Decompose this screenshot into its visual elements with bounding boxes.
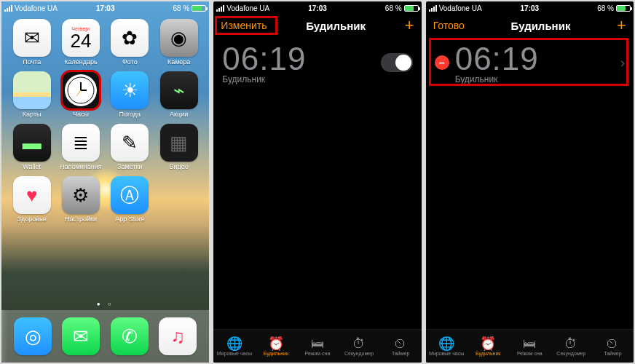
phone-alarm-view: Vodafone UA 17:03 68 % Изменить Будильни…	[213, 1, 421, 363]
app-Почта[interactable]: ✉︎Почта	[9, 19, 55, 66]
app-Заметки[interactable]: ✎Заметки	[107, 124, 153, 170]
app-icon-Карты[interactable]	[13, 71, 51, 109]
app-label: Акции	[170, 111, 188, 118]
app-label: Здоровье	[17, 215, 47, 223]
add-alarm-button[interactable]: +	[617, 17, 626, 33]
battery-icon	[404, 5, 419, 12]
app-label: Карты	[23, 111, 42, 118]
tab-icon: ⏰	[268, 337, 284, 350]
status-bar: Vodafone UA 17:03 68 %	[213, 1, 421, 15]
tab-Режим сна[interactable]: 🛏Режим сна	[296, 330, 338, 363]
tab-label: Таймер	[392, 351, 409, 356]
app-label: Напоминания	[60, 163, 101, 170]
app-icon-Напоминания[interactable]: ≣	[62, 124, 100, 162]
app-icon-Календарь[interactable]: Четверг24	[62, 19, 100, 57]
dock-music-icon[interactable]: ♫	[159, 317, 197, 355]
app-Напоминания[interactable]: ≣Напоминания	[58, 124, 103, 170]
tab-label: Секундомер	[556, 351, 585, 356]
phone-alarm-edit: Vodafone UA 17:03 68 % Готово Будильник …	[426, 1, 634, 363]
status-time: 17:03	[1, 4, 209, 12]
app-icon-Часы[interactable]	[62, 71, 100, 109]
app-icon-Камера[interactable]: ◉	[160, 19, 198, 57]
tab-icon: ⏲	[394, 337, 407, 350]
tab-label: Режим сна	[517, 351, 543, 356]
app-Здоровье[interactable]: ♥︎Здоровье	[9, 176, 55, 223]
battery-icon	[192, 5, 206, 12]
done-button[interactable]: Готово	[433, 20, 465, 31]
tab-icon: 🌐	[226, 337, 242, 350]
app-Камера[interactable]: ◉Камера	[156, 19, 202, 66]
app-icon-Здоровье[interactable]: ♥︎	[13, 176, 51, 214]
app-label: Календарь	[64, 58, 97, 66]
tab-Режим сна[interactable]: 🛏Режим сна	[509, 330, 551, 363]
tab-bar: 🌐Мировые часы⏰Будильник🛏Режим сна⏱Секунд…	[213, 329, 421, 363]
phone-home: Vodafone UA 17:03 68 % ✉︎ПочтаЧетверг24К…	[1, 1, 209, 363]
dock: ◎✉︎✆♫	[1, 310, 209, 363]
app-Wallet[interactable]: ▬Wallet	[9, 124, 55, 170]
battery-icon	[616, 5, 631, 12]
highlight-row	[429, 38, 628, 86]
app-Фото[interactable]: ✿Фото	[107, 19, 153, 66]
nav-title: Будильник	[511, 20, 571, 32]
app-icon-Почта[interactable]: ✉︎	[13, 19, 51, 57]
app-icon-Акции[interactable]: ⌁	[160, 71, 198, 109]
tab-Секундомер[interactable]: ⏱Секундомер	[551, 330, 592, 363]
page-dots[interactable]: ● ○	[1, 301, 209, 307]
app-icon-App Store[interactable]: Ⓐ	[111, 176, 149, 214]
alarm-toggle[interactable]	[381, 53, 413, 72]
app-Календарь[interactable]: Четверг24Календарь	[58, 19, 103, 66]
app-Видео[interactable]: ▦Видео	[156, 124, 202, 170]
dock-phone-icon[interactable]: ✆	[111, 317, 149, 355]
app-Акции[interactable]: ⌁Акции	[156, 71, 202, 118]
app-Погода[interactable]: ☀︎Погода	[107, 71, 153, 118]
status-time: 17:03	[213, 4, 421, 12]
tab-Будильник[interactable]: ⏰Будильник	[255, 330, 296, 363]
tab-icon: ⏲	[606, 337, 619, 350]
app-label: Камера	[167, 58, 190, 66]
tab-label: Мировые часы	[429, 351, 464, 356]
app-Настройки[interactable]: ⚙︎Настройки	[58, 176, 103, 223]
app-Часы[interactable]: Часы	[58, 71, 103, 118]
tab-Секундомер[interactable]: ⏱Секундомер	[339, 330, 380, 363]
app-label: Часы	[73, 111, 89, 118]
tab-label: Мировые часы	[217, 351, 252, 356]
tab-label: Секундомер	[344, 351, 374, 356]
tab-Таймер[interactable]: ⏲Таймер	[380, 330, 422, 363]
app-icon-Wallet[interactable]: ▬	[13, 124, 51, 162]
app-label: App Store	[115, 215, 144, 223]
app-Карты[interactable]: Карты	[9, 71, 55, 118]
status-bar: Vodafone UA 17:03 68 %	[1, 1, 209, 15]
alarm-time: 06:19	[222, 41, 380, 77]
tab-Таймер[interactable]: ⏲Таймер	[592, 330, 634, 363]
highlight-edit	[215, 16, 277, 35]
app-icon-Погода[interactable]: ☀︎	[111, 71, 149, 109]
nav-bar: Готово Будильник +	[426, 15, 634, 36]
add-alarm-button[interactable]: +	[405, 17, 414, 33]
app-label: Настройки	[65, 215, 97, 223]
tab-Мировые часы[interactable]: 🌐Мировые часы	[426, 330, 468, 363]
status-time: 17:03	[426, 4, 634, 12]
app-icon-Настройки[interactable]: ⚙︎	[62, 176, 100, 214]
tab-icon: 🌐	[438, 337, 454, 350]
dock-messages-icon[interactable]: ✉︎	[62, 317, 100, 355]
tab-Будильник[interactable]: ⏰Будильник	[468, 330, 509, 363]
app-label: Погода	[119, 111, 141, 118]
tab-icon: 🛏	[311, 337, 324, 350]
app-icon-Заметки[interactable]: ✎	[111, 124, 149, 162]
app-label: Заметки	[117, 163, 142, 170]
app-App Store[interactable]: ⒶApp Store	[107, 176, 153, 223]
tab-label: Будильник	[476, 351, 500, 356]
tab-icon: ⏱	[352, 337, 366, 350]
nav-title: Будильник	[306, 20, 366, 32]
alarm-row[interactable]: 06:19 Будильник	[213, 36, 421, 92]
tab-label: Будильник	[264, 351, 288, 356]
tab-bar: 🌐Мировые часы⏰Будильник🛏Режим сна⏱Секунд…	[426, 329, 634, 363]
app-icon-Видео[interactable]: ▦	[160, 124, 198, 162]
tab-icon: ⏱	[564, 337, 577, 350]
tab-Мировые часы[interactable]: 🌐Мировые часы	[213, 330, 255, 363]
app-label: Фото	[122, 58, 138, 66]
app-label: Wallet	[23, 163, 41, 170]
app-icon-Фото[interactable]: ✿	[111, 19, 149, 57]
tab-icon: 🛏	[523, 337, 536, 350]
dock-safari-icon[interactable]: ◎	[14, 317, 52, 355]
